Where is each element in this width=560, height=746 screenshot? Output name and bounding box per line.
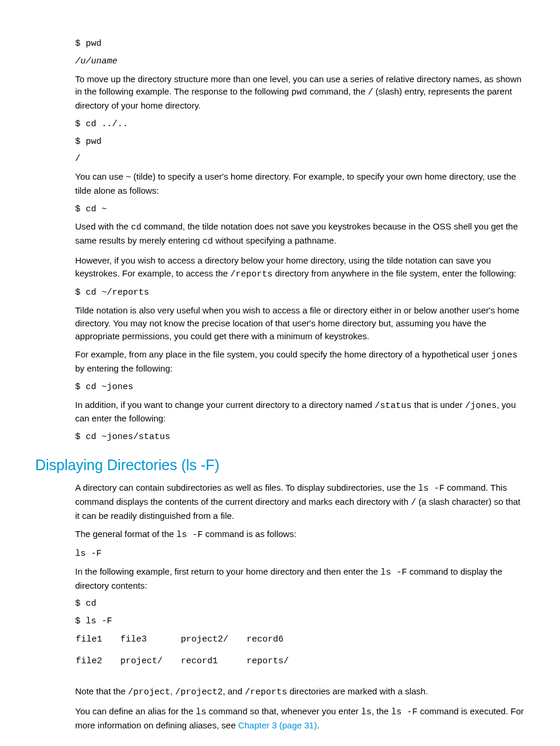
text: Note that the [75,686,128,696]
code-line: $ pwd [75,38,525,50]
text: that is under [411,400,465,410]
body-text: The general format of the ls -F command … [75,528,525,542]
text: by entering the following: [75,363,173,373]
body-text: A directory can contain subdirectories a… [75,481,525,522]
table-cell: project2/ [180,633,246,654]
inline-code: /jones [465,401,497,411]
code-line: $ cd ../.. [75,118,525,131]
inline-code: /project [128,687,170,697]
section-heading: Displaying Directories (ls -F) [35,454,525,475]
text: In addition, if you want to change your … [75,400,375,410]
inline-code: / [368,87,373,97]
body-text: Tilde notation is also very useful when … [75,304,525,342]
inline-code: ls [361,707,372,717]
code-line: ls -F [75,548,525,561]
ls-output-table: file1 file3 project2/ record6 file2 proj… [75,633,306,676]
inline-code: ls -F [418,484,444,494]
inline-code: ls [195,707,206,717]
inline-code: /status [375,401,411,411]
text: You can use [75,171,126,181]
inline-code: /project2 [175,687,222,697]
inline-code: ls -F [380,568,407,578]
table-cell: record6 [246,633,306,654]
code-line: $ cd ~ [75,203,525,216]
code-line: $ cd ~/reports [75,286,525,299]
text: command is as follows: [203,529,296,539]
text: command so that, whenever you enter [206,706,360,716]
code-line: $ cd [75,598,525,610]
body-text: Note that the /project, /project2, and /… [75,685,525,699]
text: directories are marked with a slash. [287,686,428,696]
text: . [317,720,319,730]
text: , the [372,706,391,716]
inline-code: ~ [126,173,131,183]
code-output: / [75,153,525,166]
table-cell: file1 [75,633,120,654]
body-text: For example, from any place in the file … [75,348,525,375]
table-cell: file3 [120,633,180,654]
inline-code: / [411,498,416,508]
body-text: In addition, if you want to change your … [75,399,525,426]
text: , and [222,686,245,696]
text: The general format of the [75,529,177,539]
text: without specifying a pathname. [213,235,336,245]
cross-reference-link[interactable]: Chapter 3 (page 31) [238,720,317,730]
text: A directory can contain subdirectories a… [75,482,418,492]
inline-code: jones [491,350,518,360]
inline-code: cd [131,222,141,232]
table-row: file1 file3 project2/ record6 [75,633,306,654]
code-line: $ cd ~jones/status [75,431,525,444]
inline-code: ls -F [391,707,417,717]
code-line: $ ls -F [75,615,525,628]
table-cell: project/ [120,654,180,676]
text: directory from anywhere in the file syst… [272,268,516,278]
inline-code: /reports [230,269,272,279]
code-line: $ cd ~jones [75,381,525,394]
body-text: Used with the cd command, the tilde nota… [75,220,525,248]
inline-code: ls -F [177,530,203,540]
body-text: To move up the directory structure more … [75,73,525,112]
text: command, the [307,86,367,96]
text: (tilde) to specify a user's home directo… [75,171,516,195]
code-output: /u/uname [75,55,525,68]
table-cell: record1 [180,654,246,676]
table-cell: file2 [75,654,120,676]
inline-code: /reports [245,687,287,697]
text: In the following example, first return t… [75,566,380,576]
inline-code: pwd [291,87,307,97]
body-text: However, if you wish to access a directo… [75,254,525,281]
body-text: In the following example, first return t… [75,565,525,592]
table-row: file2 project/ record1 reports/ [75,654,306,676]
body-text: You can define an alias for the ls comma… [75,705,525,732]
table-cell: reports/ [246,654,306,676]
body-text: You can use ~ (tilde) to specify a user'… [75,170,525,197]
code-line: $ pwd [75,136,525,148]
text: You can define an alias for the [75,706,195,716]
inline-code: cd [203,237,213,247]
text: For example, from any place in the file … [75,349,491,359]
text: Used with the [75,221,131,231]
